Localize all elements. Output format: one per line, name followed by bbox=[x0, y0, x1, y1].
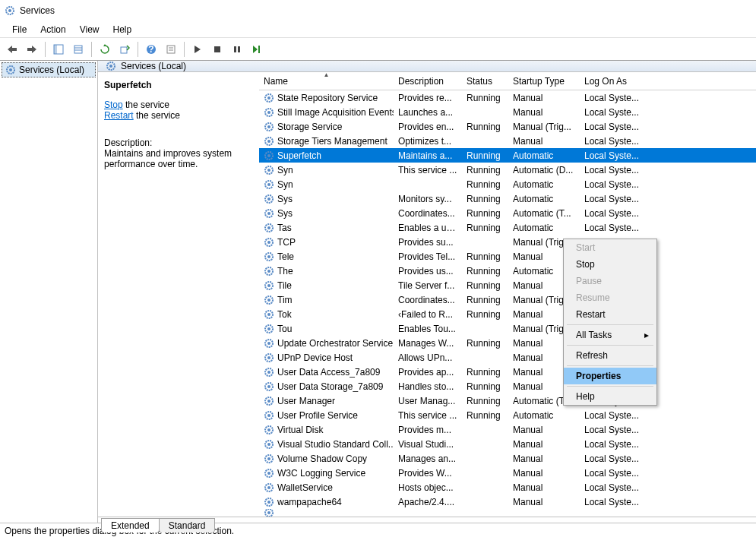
service-row[interactable]: SysMonitors sy...RunningAutomaticLocal S… bbox=[259, 191, 756, 206]
cm-properties[interactable]: Properties bbox=[564, 368, 656, 384]
service-row[interactable]: Virtual DiskProvides m...ManualLocal Sys… bbox=[259, 422, 756, 437]
service-row[interactable]: TileTile Server f...RunningManualLocal S… bbox=[259, 278, 756, 292]
export-list-button[interactable] bbox=[69, 40, 87, 58]
help-button[interactable]: ? bbox=[142, 40, 160, 58]
cell-name: Sys bbox=[259, 194, 394, 204]
back-button[interactable] bbox=[3, 40, 21, 58]
restart-link[interactable]: Restart bbox=[104, 110, 134, 121]
service-row[interactable]: SynRunningAutomaticLocal Syste... bbox=[259, 177, 756, 191]
gear-icon bbox=[264, 136, 274, 147]
cell-logon: Local Syste... bbox=[580, 93, 647, 103]
svg-point-32 bbox=[267, 154, 270, 157]
service-row[interactable]: UPnP Device HostAllows UPn...ManualLocal… bbox=[259, 350, 756, 365]
properties-button[interactable] bbox=[162, 40, 180, 58]
cm-all-tasks[interactable]: All Tasks▸ bbox=[564, 327, 656, 343]
cm-stop[interactable]: Stop bbox=[564, 256, 656, 273]
toolbar-separator bbox=[184, 42, 185, 57]
service-row[interactable]: WalletServiceHosts objec...ManualLocal S… bbox=[259, 480, 756, 495]
cm-help[interactable]: Help bbox=[564, 388, 656, 405]
cm-refresh[interactable]: Refresh bbox=[564, 347, 656, 364]
service-row[interactable]: Still Image Acquisition EventsLaunches a… bbox=[259, 105, 756, 119]
stop-service-button[interactable] bbox=[208, 40, 226, 58]
cell-name: Superfetch bbox=[259, 150, 394, 161]
col-header-status[interactable]: Status bbox=[462, 76, 508, 87]
service-row[interactable]: TouEnables Tou...Manual (Trig...Local Sy… bbox=[259, 321, 756, 336]
description-label: Description: bbox=[104, 137, 253, 148]
tab-extended[interactable]: Extended bbox=[101, 518, 160, 532]
service-row[interactable]: Storage ServiceProvides en...RunningManu… bbox=[259, 119, 756, 134]
service-row[interactable]: Update Orchestrator ServiceManages W...R… bbox=[259, 336, 756, 350]
menu-view[interactable]: View bbox=[74, 23, 106, 36]
service-row[interactable]: User Profile ServiceThis service ...Runn… bbox=[259, 408, 756, 422]
service-row[interactable]: User ManagerUser Manag...RunningAutomati… bbox=[259, 393, 756, 408]
gear-icon bbox=[106, 61, 116, 71]
start-service-button[interactable] bbox=[188, 40, 207, 58]
service-row[interactable]: State Repository ServiceProvides re...Ru… bbox=[259, 90, 756, 105]
cell-logon: Local Syste... bbox=[580, 453, 647, 464]
refresh-button[interactable] bbox=[96, 40, 114, 58]
gear-icon bbox=[264, 107, 274, 118]
svg-point-46 bbox=[267, 255, 270, 258]
cell-startup: Automatic bbox=[508, 150, 580, 161]
service-row[interactable]: wampapache64Apache/2.4....ManualLocal Sy… bbox=[259, 495, 756, 509]
service-row[interactable]: TheProvides us...RunningAutomaticLocal S… bbox=[259, 264, 756, 278]
restart-service-link-row: Restart the service bbox=[104, 110, 253, 121]
svg-point-34 bbox=[267, 169, 270, 172]
cell-name: User Profile Service bbox=[259, 410, 394, 421]
service-row[interactable]: Storage Tiers ManagementOptimizes t...Ma… bbox=[259, 134, 756, 148]
cell-status: Running bbox=[462, 338, 508, 349]
gear-icon bbox=[264, 309, 274, 320]
service-row[interactable]: SynThis service ...RunningAutomatic (D..… bbox=[259, 163, 756, 177]
service-row[interactable]: Tok‹Failed to R...RunningManualLocal Sys… bbox=[259, 307, 756, 321]
service-row[interactable]: SuperfetchMaintains a...RunningAutomatic… bbox=[259, 148, 756, 163]
cell-logon: Local Syste... bbox=[580, 150, 647, 161]
menubar: File Action View Help bbox=[0, 21, 756, 38]
export-button[interactable] bbox=[115, 40, 134, 58]
pause-service-button[interactable] bbox=[228, 40, 246, 58]
service-row[interactable]: TeleProvides Tel...RunningManualNetwork … bbox=[259, 249, 756, 264]
details-pane: Superfetch Stop the service Restart the … bbox=[98, 72, 259, 517]
service-row[interactable]: Volume Shadow CopyManages an...ManualLoc… bbox=[259, 451, 756, 466]
show-hide-tree-button[interactable] bbox=[49, 40, 68, 58]
cell-description: Manages an... bbox=[394, 453, 462, 464]
cell-startup: Manual bbox=[508, 439, 580, 450]
restart-service-button[interactable] bbox=[248, 40, 266, 58]
menu-action[interactable]: Action bbox=[34, 23, 71, 36]
forward-button[interactable] bbox=[23, 40, 41, 58]
svg-point-50 bbox=[267, 284, 270, 287]
service-row[interactable]: Visual Studio Standard Coll...Visual Stu… bbox=[259, 437, 756, 451]
service-row[interactable]: TimCoordinates...RunningManual (Trig...L… bbox=[259, 292, 756, 307]
service-row[interactable]: TCPProvides su...Manual (Trig...Local Se… bbox=[259, 235, 756, 249]
col-header-startup[interactable]: Startup Type bbox=[508, 76, 580, 87]
gear-icon bbox=[264, 410, 274, 421]
service-row[interactable]: User Data Storage_7a809Handles sto...Run… bbox=[259, 379, 756, 393]
cell-name: Storage Service bbox=[259, 122, 394, 132]
menu-help[interactable]: Help bbox=[107, 23, 138, 36]
service-row[interactable]: User Data Access_7a809Provides ap...Runn… bbox=[259, 365, 756, 379]
cell-name: Storage Tiers Management bbox=[259, 136, 394, 147]
pane-header-label: Services (Local) bbox=[121, 61, 186, 71]
tree-root-services-local[interactable]: Services (Local) bbox=[2, 62, 96, 77]
gear-icon bbox=[264, 439, 274, 450]
service-row[interactable]: SysCoordinates...RunningAutomatic (T...L… bbox=[259, 206, 756, 220]
cell-name: Visual Studio Standard Coll... bbox=[259, 439, 394, 450]
svg-rect-9 bbox=[121, 47, 127, 53]
cell-logon: Local Syste... bbox=[580, 165, 647, 175]
tab-standard[interactable]: Standard bbox=[159, 518, 216, 532]
col-header-name[interactable]: ▲Name bbox=[259, 76, 394, 87]
svg-point-70 bbox=[267, 428, 270, 431]
stop-link[interactable]: Stop bbox=[104, 100, 123, 110]
service-row[interactable]: TasEnables a us...RunningAutomaticLocal … bbox=[259, 220, 756, 235]
col-header-logon[interactable]: Log On As bbox=[580, 76, 647, 87]
cell-description: Allows UPn... bbox=[394, 352, 462, 363]
svg-point-44 bbox=[267, 241, 270, 244]
cell-description: Coordinates... bbox=[394, 208, 462, 219]
cell-logon: Local Syste... bbox=[580, 179, 647, 190]
right-pane: Services (Local) Superfetch Stop the ser… bbox=[98, 61, 756, 523]
col-header-description[interactable]: Description bbox=[394, 76, 462, 87]
gear-icon bbox=[264, 352, 274, 363]
cm-restart[interactable]: Restart bbox=[564, 306, 656, 323]
cm-pause: Pause bbox=[564, 273, 656, 289]
menu-file[interactable]: File bbox=[6, 23, 33, 36]
service-row[interactable]: W3C Logging ServiceProvides W...ManualLo… bbox=[259, 466, 756, 480]
